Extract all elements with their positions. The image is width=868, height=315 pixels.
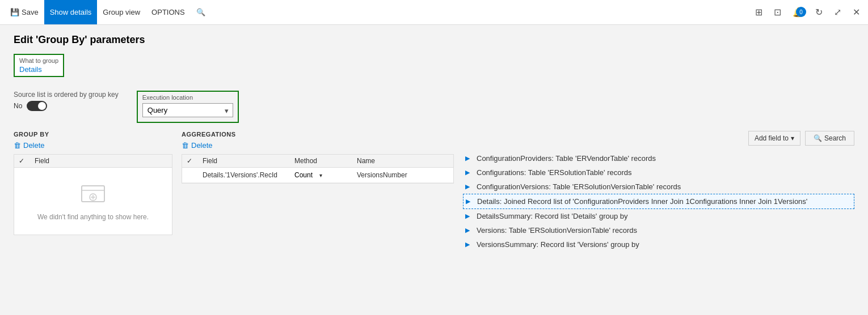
- group-view-button[interactable]: Group view: [97, 0, 146, 24]
- close-icon-button[interactable]: ✕: [849, 5, 863, 20]
- group-by-empty-text: We didn't find anything to show here.: [37, 213, 149, 221]
- field-chevron-icon: ▶: [465, 183, 472, 190]
- list-item[interactable]: ▶ ConfigurationVersions: Table 'ERSoluti…: [463, 180, 854, 194]
- agg-field-col-header: Field: [203, 157, 294, 165]
- add-field-chevron-icon: ▾: [791, 134, 794, 142]
- empty-state-icon: [79, 181, 107, 208]
- what-to-group-value: Details: [19, 65, 58, 74]
- agg-name-col-header: Name: [357, 157, 449, 165]
- execution-location-box: Execution location Query In memory Auto …: [137, 91, 239, 123]
- toolbar: 💾 Save Show details Group view OPTIONS 🔍…: [0, 0, 868, 25]
- agg-check-col-header: ✓: [187, 157, 203, 165]
- grid-icon-button[interactable]: ⊞: [752, 5, 766, 20]
- save-icon: 💾: [10, 8, 19, 16]
- execution-location-select[interactable]: Query In memory Auto: [142, 103, 233, 117]
- aggregations-table: ✓ Field Method Name Details.'1Versions'.…: [182, 154, 454, 184]
- group-by-field-col-header: Field: [35, 157, 167, 165]
- field-chevron-icon: ▶: [465, 227, 472, 234]
- list-item[interactable]: ▶ ConfigurationProviders: Table 'ERVendo…: [463, 151, 854, 165]
- columns-area: GROUP BY 🗑 Delete ✓ Field: [14, 131, 854, 252]
- agg-row-field: Details.'1Versions'.RecId: [203, 171, 294, 179]
- list-item[interactable]: ▶ Versions: Table 'ERSolutionVersionTabl…: [463, 223, 854, 237]
- source-list-section: Source list is ordered by group key No: [14, 91, 119, 111]
- options-button[interactable]: OPTIONS: [146, 0, 191, 24]
- aggregations-section: AGGREGATIONS 🗑 Delete ✓ Field Method Nam…: [182, 131, 454, 252]
- checkmark-header-icon: ✓: [19, 157, 24, 165]
- field-list: ▶ ConfigurationProviders: Table 'ERVendo…: [463, 151, 854, 252]
- field-chevron-icon: ▶: [465, 169, 472, 176]
- list-item-highlighted[interactable]: ▶ Details: Joined Record list of 'Config…: [463, 194, 854, 209]
- aggregations-table-header: ✓ Field Method Name: [182, 155, 453, 168]
- field-chevron-icon: ▶: [465, 155, 472, 162]
- group-by-header: GROUP BY: [14, 131, 172, 138]
- search-button[interactable]: 🔍 Search: [805, 131, 854, 146]
- add-field-button[interactable]: Add field to ▾: [748, 131, 800, 146]
- page-content: Edit 'Group By' parameters What to group…: [0, 25, 868, 315]
- table-row: Details.'1Versions'.RecId Count Sum Min …: [182, 168, 453, 183]
- toggle-knob: [38, 102, 46, 110]
- list-item[interactable]: ▶ DetailsSummary: Record list 'Details' …: [463, 209, 854, 223]
- agg-checkmark-header-icon: ✓: [187, 157, 192, 165]
- agg-row-name: VersionsNumber: [357, 171, 449, 179]
- toolbar-right: ⊞ ⊡ 🔔 0 ↻ ⤢ ✕: [752, 5, 863, 20]
- execution-location-label: Execution location: [142, 94, 233, 101]
- group-by-table-header: ✓ Field: [14, 155, 172, 168]
- source-list-label: Source list is ordered by group key: [14, 91, 119, 99]
- aggregations-header: AGGREGATIONS: [182, 131, 454, 138]
- list-item[interactable]: ▶ Configurations: Table 'ERSolutionTable…: [463, 165, 854, 180]
- what-to-group-label: What to group: [19, 57, 58, 64]
- aggregations-delete-icon: 🗑: [182, 141, 189, 150]
- search-toolbar-icon: 🔍: [196, 8, 205, 16]
- save-button[interactable]: 💾 Save: [5, 0, 44, 24]
- show-details-button[interactable]: Show details: [44, 0, 98, 24]
- method-chevron-icon: ▾: [319, 172, 322, 178]
- source-list-toggle[interactable]: [27, 101, 47, 111]
- field-chevron-icon: ▶: [465, 241, 472, 248]
- office-icon-button[interactable]: ⊡: [770, 5, 785, 20]
- group-by-delete-button[interactable]: 🗑 Delete: [14, 141, 45, 150]
- group-by-delete-icon: 🗑: [14, 141, 21, 150]
- list-item[interactable]: ▶ VersionsSummary: Record list 'Versions…: [463, 237, 854, 252]
- popout-icon-button[interactable]: ⤢: [831, 5, 845, 20]
- right-panel-header: Add field to ▾ 🔍 Search: [463, 131, 854, 146]
- what-to-group-box: What to group Details: [14, 54, 64, 77]
- agg-method-select[interactable]: Count Sum Min Max: [294, 171, 322, 179]
- right-panel: Add field to ▾ 🔍 Search ▶ ConfigurationP…: [463, 131, 854, 252]
- refresh-icon-button[interactable]: ↻: [812, 5, 826, 20]
- execution-location-select-wrap: Query In memory Auto ▾: [142, 103, 233, 117]
- group-by-check-col-header: ✓: [19, 157, 35, 165]
- field-chevron-icon: ▶: [466, 198, 473, 205]
- aggregations-delete-button[interactable]: 🗑 Delete: [182, 141, 213, 150]
- source-row: Source list is ordered by group key No E…: [14, 91, 854, 123]
- toggle-row: No: [14, 101, 119, 111]
- search-toolbar-button[interactable]: 🔍: [191, 0, 211, 24]
- group-by-empty-state: We didn't find anything to show here.: [14, 168, 172, 235]
- notification-badge: 0: [796, 7, 806, 17]
- group-by-table: ✓ Field We didn't find anyth: [14, 154, 172, 235]
- notification-wrap: 🔔 0: [789, 5, 807, 20]
- agg-method-col-header: Method: [294, 157, 357, 165]
- agg-row-method-wrap: Count Sum Min Max ▾: [294, 171, 357, 179]
- search-icon: 🔍: [814, 134, 822, 142]
- page-title: Edit 'Group By' parameters: [14, 34, 854, 46]
- field-chevron-icon: ▶: [465, 212, 472, 220]
- group-by-section: GROUP BY 🗑 Delete ✓ Field: [14, 131, 172, 252]
- toggle-no-label: No: [14, 102, 22, 110]
- method-select-wrap: Count Sum Min Max ▾: [294, 171, 322, 179]
